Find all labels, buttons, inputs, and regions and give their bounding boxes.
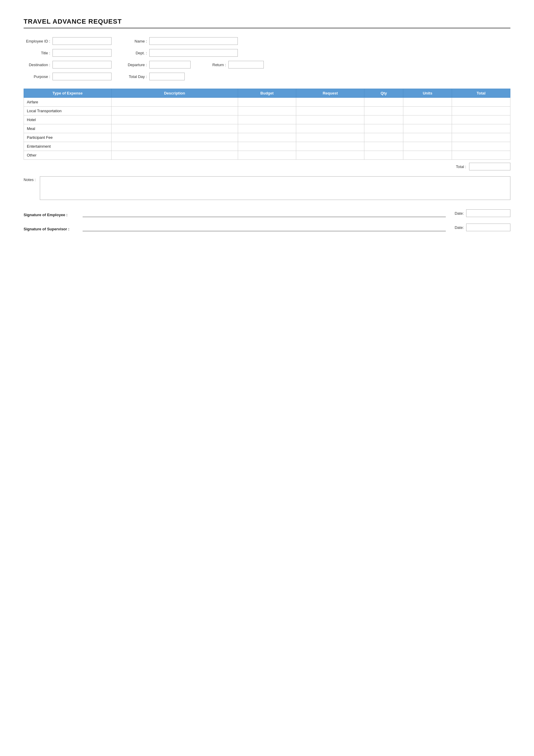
notes-label: Notes : <box>24 176 36 182</box>
expense-input-row6-col6[interactable] <box>452 151 510 159</box>
header-request: Request <box>296 89 364 98</box>
employee-id-label: Employee ID : <box>24 39 50 43</box>
supervisor-date-group: Date: <box>455 224 510 231</box>
expense-input-row4-col5[interactable] <box>403 133 452 142</box>
expense-input-row0-col6[interactable] <box>452 98 510 106</box>
name-label: Name : <box>120 39 147 43</box>
expense-input-row5-col3[interactable] <box>296 142 364 150</box>
expense-input-row0-col3[interactable] <box>296 98 364 106</box>
expense-input-row6-col2[interactable] <box>238 151 296 159</box>
form-section: Employee ID : Name : Title : Dept. : Des… <box>24 37 510 80</box>
employee-signature-row: Signature of Employee : Date: <box>24 209 510 217</box>
expense-input-row1-col5[interactable] <box>403 107 452 115</box>
expense-input-row4-col4[interactable] <box>364 133 403 142</box>
expense-input-row1-col1[interactable] <box>112 107 238 115</box>
table-row: Airfare <box>24 98 510 107</box>
expense-input-row3-col3[interactable] <box>296 124 364 133</box>
expense-input-row6-col3[interactable] <box>296 151 364 159</box>
destination-group: Destination : <box>24 61 112 68</box>
expense-input-row5-col6[interactable] <box>452 142 510 150</box>
destination-input[interactable] <box>53 61 112 68</box>
departure-group: Departure : <box>120 61 191 68</box>
purpose-input[interactable] <box>53 73 112 80</box>
expense-input-row0-col2[interactable] <box>238 98 296 106</box>
supervisor-sig-line <box>83 225 446 231</box>
expense-input-row3-col4[interactable] <box>364 124 403 133</box>
return-label: Return : <box>199 63 226 67</box>
dept-group: Dept. : <box>120 49 238 57</box>
employee-sig-line <box>83 210 446 217</box>
expense-type-cell: Hotel <box>24 116 112 124</box>
expense-input-row2-col5[interactable] <box>403 116 452 124</box>
expense-input-row0-col1[interactable] <box>112 98 238 106</box>
total-input[interactable] <box>469 163 510 170</box>
expense-input-row5-col4[interactable] <box>364 142 403 150</box>
header-total: Total <box>452 89 510 98</box>
expense-input-row1-col2[interactable] <box>238 107 296 115</box>
expense-type-cell: Participant Fee <box>24 133 112 142</box>
expense-input-row1-col6[interactable] <box>452 107 510 115</box>
supervisor-date-label: Date: <box>455 225 464 230</box>
page-title: TRAVEL ADVANCE REQUEST <box>24 18 510 25</box>
expense-input-row0-col5[interactable] <box>403 98 452 106</box>
expense-input-row4-col3[interactable] <box>296 133 364 142</box>
employee-date-input[interactable] <box>466 209 510 217</box>
expense-input-row2-col1[interactable] <box>112 116 238 124</box>
table-row: Meal <box>24 124 510 133</box>
signature-section: Signature of Employee : Date: Signature … <box>24 209 510 231</box>
departure-input[interactable] <box>149 61 191 68</box>
header-qty: Qty <box>364 89 403 98</box>
purpose-label: Purpose : <box>24 74 50 79</box>
destination-label: Destination : <box>24 63 50 67</box>
total-row: Total : <box>24 163 510 170</box>
header-type: Type of Expense <box>24 89 112 98</box>
form-row-4: Purpose : Total Day : <box>24 73 510 80</box>
expense-input-row3-col5[interactable] <box>403 124 452 133</box>
expense-input-row6-col1[interactable] <box>112 151 238 159</box>
header-desc: Description <box>111 89 238 98</box>
expense-input-row6-col5[interactable] <box>403 151 452 159</box>
expense-input-row1-col3[interactable] <box>296 107 364 115</box>
expense-type-cell: Meal <box>24 124 112 133</box>
dept-input[interactable] <box>149 49 238 57</box>
supervisor-signature-row: Signature of Supervisor : Date: <box>24 224 510 231</box>
expense-input-row3-col6[interactable] <box>452 124 510 133</box>
expense-input-row4-col2[interactable] <box>238 133 296 142</box>
expense-type-cell: Local Transportation <box>24 107 112 116</box>
form-row-2: Title : Dept. : <box>24 49 510 57</box>
expense-input-row5-col1[interactable] <box>112 142 238 150</box>
expense-input-row6-col4[interactable] <box>364 151 403 159</box>
expense-input-row5-col5[interactable] <box>403 142 452 150</box>
table-header-row: Type of Expense Description Budget Reque… <box>24 89 510 98</box>
supervisor-date-input[interactable] <box>466 224 510 231</box>
expense-input-row2-col3[interactable] <box>296 116 364 124</box>
totalday-label: Total Day : <box>120 74 147 79</box>
name-input[interactable] <box>149 37 238 45</box>
purpose-group: Purpose : <box>24 73 112 80</box>
expense-input-row3-col2[interactable] <box>238 124 296 133</box>
expense-input-row3-col1[interactable] <box>112 124 238 133</box>
notes-textarea[interactable] <box>40 176 510 200</box>
employee-id-group: Employee ID : <box>24 37 112 45</box>
employee-sig-label: Signature of Employee : <box>24 213 83 217</box>
dept-label: Dept. : <box>120 51 147 55</box>
expense-input-row4-col1[interactable] <box>112 133 238 142</box>
title-divider <box>24 28 510 28</box>
notes-section: Notes : <box>24 176 510 200</box>
expense-input-row2-col6[interactable] <box>452 116 510 124</box>
expense-type-cell: Other <box>24 151 112 160</box>
expense-input-row0-col4[interactable] <box>364 98 403 106</box>
expense-type-cell: Airfare <box>24 98 112 107</box>
return-input[interactable] <box>228 61 264 68</box>
totalday-group: Total Day : <box>120 73 185 80</box>
expense-input-row4-col6[interactable] <box>452 133 510 142</box>
expense-input-row5-col2[interactable] <box>238 142 296 150</box>
totalday-input[interactable] <box>149 73 185 80</box>
expense-input-row2-col4[interactable] <box>364 116 403 124</box>
title-input[interactable] <box>53 49 112 57</box>
expense-input-row2-col2[interactable] <box>238 116 296 124</box>
expense-input-row1-col4[interactable] <box>364 107 403 115</box>
return-group: Return : <box>199 61 264 68</box>
employee-id-input[interactable] <box>53 37 112 45</box>
table-row: Participant Fee <box>24 133 510 142</box>
